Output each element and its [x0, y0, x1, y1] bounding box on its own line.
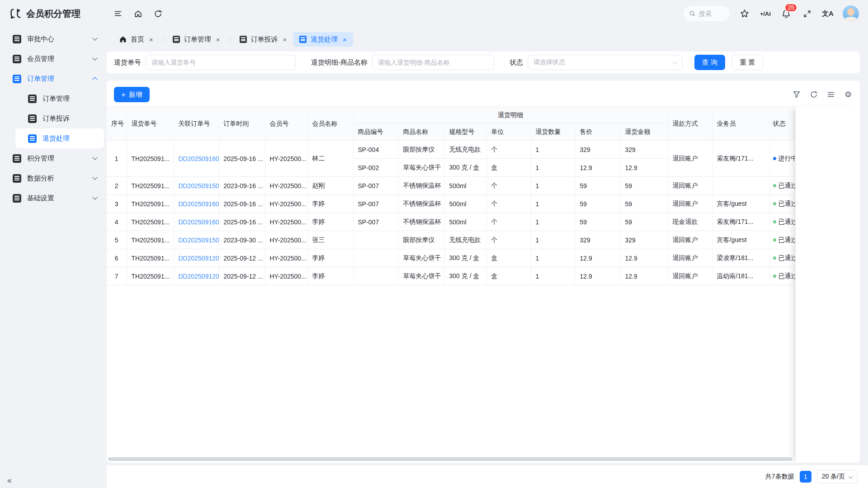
- cell-seq: 7: [107, 267, 127, 285]
- chevron-down-icon: [849, 474, 853, 479]
- cell-amount: 12.9: [620, 267, 668, 285]
- close-icon[interactable]: ×: [216, 36, 220, 43]
- hamburger-menu-icon[interactable]: [112, 8, 124, 19]
- cell-qty: 1: [531, 141, 575, 159]
- sidebar-item-order-complaint[interactable]: 订单投诉: [15, 109, 107, 128]
- cell-spec: 无线充电款: [444, 141, 486, 159]
- cell-seq: 1: [107, 141, 127, 177]
- cell-seq: 6: [107, 249, 127, 267]
- cell-amount: 12.9: [620, 249, 668, 267]
- sidebar-item-points-management[interactable]: 积分管理: [0, 148, 107, 168]
- search-icon: [689, 10, 695, 17]
- order-no-link[interactable]: DD202509150: [174, 177, 219, 195]
- cell-unit: 个: [486, 231, 531, 249]
- cell-spec: 500ml: [444, 195, 486, 213]
- cell-return-no: TH2025091...: [127, 213, 174, 231]
- col-amount: 退货金额: [620, 123, 668, 141]
- page-button[interactable]: 1: [800, 471, 811, 483]
- order-no-link[interactable]: DD202509160: [174, 213, 219, 231]
- cell-product-name: 不锈钢保温杯: [398, 177, 444, 195]
- sidebar-item-basic-settings[interactable]: 基础设置: [0, 188, 107, 208]
- order-list-icon: [28, 95, 37, 103]
- sidebar-item-approval-center[interactable]: 审批中心: [0, 29, 107, 49]
- reset-button[interactable]: 重 置: [731, 55, 763, 70]
- search-input[interactable]: [699, 10, 724, 17]
- close-icon[interactable]: ×: [149, 36, 153, 43]
- global-search[interactable]: [684, 6, 730, 21]
- app-logo: 会员积分管理: [9, 7, 107, 20]
- ai-assistant-icon[interactable]: +/Ai: [760, 8, 771, 19]
- table-tool-icons: ⚙: [792, 90, 853, 99]
- points-management-icon: [13, 154, 21, 163]
- total-count: 共7条数据: [765, 473, 794, 481]
- table-row: 4 TH2025091... DD202509160 2025-09-16 ..…: [107, 213, 860, 231]
- home-tab-icon: [119, 36, 127, 43]
- order-no-link[interactable]: DD202509160: [174, 141, 219, 177]
- basic-settings-icon: [13, 194, 21, 203]
- cell-seq: 3: [107, 195, 127, 213]
- cell-product-name: 眼部按摩仪: [398, 141, 444, 159]
- cell-refund-method: 退回账户: [668, 267, 712, 285]
- filter-icon[interactable]: [792, 90, 801, 99]
- order-complaint-icon: [28, 114, 37, 123]
- chevron-down-icon: [92, 35, 97, 40]
- sidebar-item-order-management-sub[interactable]: 订单管理: [15, 89, 107, 109]
- user-avatar[interactable]: [843, 5, 859, 22]
- sidebar-collapse-icon[interactable]: «: [7, 476, 12, 485]
- tab-home[interactable]: 首页 ×: [113, 32, 160, 47]
- sidebar-item-order-management[interactable]: 订单管理: [0, 69, 107, 89]
- order-management-tab-icon: [173, 36, 180, 43]
- cell-amount: 59: [620, 213, 668, 231]
- sidebar-item-member-management[interactable]: 会员管理: [0, 49, 107, 69]
- settings-gear-icon[interactable]: ⚙: [844, 90, 853, 99]
- col-member-no: 会员号: [265, 107, 307, 141]
- status-dot: [773, 220, 776, 223]
- cell-qty: 1: [531, 159, 575, 177]
- search-button[interactable]: 查 询: [694, 55, 725, 70]
- cell-amount: 329: [620, 141, 668, 159]
- tab-order-management[interactable]: 订单管理 ×: [166, 32, 226, 47]
- cell-seq: 4: [107, 213, 127, 231]
- refresh-icon[interactable]: [809, 90, 818, 99]
- sidebar-item-return-processing[interactable]: 退货处理: [15, 128, 104, 148]
- order-no-link[interactable]: DD202509120: [174, 267, 219, 285]
- cell-return-no: TH2025091...: [127, 249, 174, 267]
- chevron-down-icon: [92, 194, 97, 199]
- status-dot: [773, 256, 776, 260]
- order-no-link[interactable]: DD202509150: [174, 231, 219, 249]
- status-select[interactable]: 请选择状态: [528, 55, 683, 70]
- order-no-link[interactable]: DD202509160: [174, 195, 219, 213]
- translate-icon[interactable]: 文A: [822, 8, 834, 19]
- status-dot: [773, 238, 776, 242]
- table-row: 6 TH2025091... DD202509120 2025-09-12 ..…: [107, 249, 860, 267]
- app-title: 会员积分管理: [26, 8, 80, 20]
- cell-order-time: 2025-09-12 ...: [219, 267, 265, 285]
- tab-order-complaint[interactable]: 订单投诉 ×: [233, 32, 293, 47]
- cell-qty: 1: [531, 177, 575, 195]
- density-icon[interactable]: [826, 90, 835, 99]
- order-no-link[interactable]: DD202509120: [174, 249, 219, 267]
- cell-member-name: 李婷: [307, 267, 353, 285]
- plus-icon: +: [121, 91, 126, 99]
- logo-icon: [9, 7, 22, 20]
- tab-return-processing[interactable]: 退货处理 ×: [293, 32, 353, 47]
- product-name-input[interactable]: [378, 59, 488, 66]
- cell-product-name: 不锈钢保温杯: [398, 195, 444, 213]
- home-icon[interactable]: [132, 8, 144, 19]
- sidebar-item-data-analysis[interactable]: 数据分析: [0, 168, 107, 188]
- status-badge: 已通过: [770, 177, 795, 195]
- close-icon[interactable]: ×: [343, 36, 347, 43]
- fullscreen-icon[interactable]: [801, 8, 813, 19]
- refresh-icon[interactable]: [152, 8, 164, 19]
- cell-price: 59: [575, 177, 620, 195]
- page-size-select[interactable]: 20 条/页: [817, 470, 857, 483]
- cell-salesman: [712, 177, 770, 195]
- star-icon[interactable]: [739, 8, 750, 19]
- close-icon[interactable]: ×: [283, 36, 287, 43]
- horizontal-scrollbar[interactable]: [108, 457, 793, 461]
- cell-qty: 1: [531, 267, 575, 285]
- return-no-input[interactable]: [151, 59, 290, 66]
- cell-member-name: 李婷: [307, 195, 353, 213]
- add-button[interactable]: + 新增: [114, 87, 150, 102]
- cell-amount: 59: [620, 177, 668, 195]
